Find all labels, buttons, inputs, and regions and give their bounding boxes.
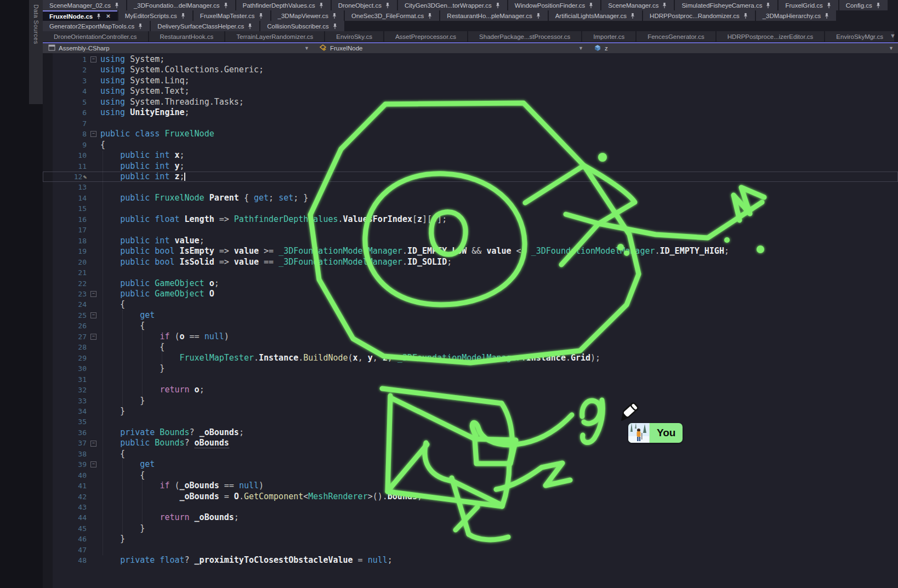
file-tab[interactable]: FruxelNode.cs✕ — [43, 10, 117, 21]
code-line[interactable]: 15 — [43, 203, 898, 214]
file-tab[interactable]: Generator2ExportMapTools.cs — [43, 21, 150, 31]
code-line[interactable]: 23− public GameObject O — [43, 289, 898, 299]
code-line[interactable]: 7 — [43, 118, 898, 129]
file-tab[interactable]: Config.cs — [839, 0, 888, 10]
code-line[interactable]: 32 return o; — [43, 385, 898, 395]
code-line[interactable]: 20 public bool IsSolid => value == _3DFo… — [43, 257, 898, 267]
file-tab[interactable]: EnviroSky.cs — [325, 31, 383, 42]
code-line[interactable]: 27− if (o == null) — [43, 332, 898, 342]
fold-collapse-icon[interactable]: − — [87, 129, 100, 139]
pin-icon[interactable] — [662, 2, 667, 9]
code-line[interactable]: 4using System.Text; — [43, 86, 898, 96]
code-line[interactable]: 36 private Bounds? _oBounds; — [43, 427, 898, 438]
file-tab[interactable]: Importer.cs — [582, 31, 635, 42]
code-line[interactable]: 16 public float Length => PathfinderDept… — [43, 214, 898, 225]
member-dropdown[interactable]: z ▼ — [588, 43, 898, 53]
code-line[interactable]: 37− public Bounds? oBounds — [43, 438, 898, 448]
code-line[interactable]: 9{ — [43, 140, 898, 150]
pin-icon[interactable] — [223, 2, 229, 9]
pin-icon[interactable] — [138, 23, 143, 30]
file-tab[interactable]: AssetPreprocessor.cs — [384, 31, 467, 42]
code-editor[interactable]: 1−using System;2using System.Collections… — [43, 53, 898, 588]
pin-icon[interactable] — [826, 2, 832, 9]
file-tab[interactable]: PathfinderDepthValues.cs — [236, 0, 331, 10]
file-tab[interactable]: ArtificialLightsManager.cs — [549, 10, 642, 21]
code-line[interactable]: 19 public bool IsEmpty => value >= _3DFo… — [43, 246, 898, 256]
tab-overflow-icon[interactable]: ▼ — [890, 32, 896, 39]
file-tab[interactable]: EnviroSkyMgr.cs — [825, 31, 894, 42]
chevron-down-icon[interactable]: ▼ — [889, 45, 894, 51]
pin-icon[interactable] — [876, 2, 881, 9]
pin-icon[interactable] — [495, 2, 501, 9]
pin-icon[interactable] — [258, 13, 264, 19]
file-tab[interactable]: HDRPPostproc...Randomizer.cs — [643, 10, 755, 21]
code-line[interactable]: 10 public int x; — [43, 150, 898, 161]
file-tab[interactable]: _3DMapViewer.cs — [271, 10, 344, 21]
pin-icon[interactable] — [247, 23, 253, 30]
file-tab[interactable]: DroneOrientationController.cs — [43, 31, 148, 42]
file-tab[interactable]: MyEditorScripts.cs — [118, 10, 192, 21]
fold-collapse-icon[interactable]: − — [87, 289, 100, 299]
code-line[interactable]: 35 — [43, 416, 898, 427]
pin-icon[interactable] — [114, 2, 120, 9]
code-line[interactable]: 6using UnityEngine; — [43, 107, 898, 118]
file-tab[interactable]: DroneObject.cs — [332, 0, 397, 10]
file-tab[interactable]: SceneManager_02.cs — [43, 0, 126, 10]
file-tab[interactable]: SimulatedFisheyeCamera.cs — [675, 0, 777, 10]
pin-icon[interactable] — [588, 2, 594, 9]
pin-icon[interactable] — [536, 13, 541, 19]
code-line[interactable]: 41 if (_oBounds == null) — [43, 481, 898, 491]
code-line[interactable]: 42 _oBounds = O.GetComponent<MeshRendere… — [43, 492, 898, 502]
code-line[interactable]: 18 public int value; — [43, 236, 898, 246]
type-dropdown[interactable]: FruxelNode ▼ — [314, 43, 588, 53]
code-line[interactable]: 40 { — [43, 470, 898, 481]
pin-icon[interactable] — [332, 23, 338, 30]
code-line[interactable]: 3using System.Linq; — [43, 76, 898, 86]
code-line[interactable]: 34 } — [43, 406, 898, 416]
project-dropdown[interactable]: Assembly-CSharp ▼ — [43, 43, 314, 53]
pin-icon[interactable] — [332, 13, 337, 19]
code-line[interactable]: 44 return _oBounds; — [43, 512, 898, 523]
fold-collapse-icon[interactable]: − — [87, 459, 100, 470]
file-tab[interactable]: FencesGenerator.cs — [636, 31, 715, 42]
code-line[interactable]: 14 public FruxelNode Parent { get; set; … — [43, 193, 898, 203]
file-tab[interactable]: _3DMapHierarchy.cs — [756, 10, 837, 21]
file-tab[interactable]: TerrainLayerRandomizer.cs — [225, 31, 324, 42]
pin-icon[interactable] — [427, 13, 433, 19]
close-icon[interactable]: ✕ — [106, 13, 110, 19]
code-line[interactable]: 43 — [43, 502, 898, 512]
pin-icon[interactable] — [319, 2, 324, 9]
code-line[interactable]: 17 — [43, 225, 898, 235]
code-line[interactable]: 47 — [43, 545, 898, 555]
pin-icon[interactable] — [630, 13, 635, 19]
file-tab[interactable]: _3DFoundatio...delManager.cs — [127, 0, 235, 10]
data-sources-vertical-tab[interactable]: Data Sources — [29, 0, 43, 104]
file-tab[interactable]: FruxelGrid.cs — [778, 0, 838, 10]
code-line[interactable]: 30 } — [43, 363, 898, 374]
file-tab[interactable]: WindowPositionFinder.cs — [508, 0, 600, 10]
pin-icon[interactable] — [96, 13, 101, 20]
fold-collapse-icon[interactable]: − — [87, 332, 100, 342]
fold-collapse-icon[interactable]: − — [87, 310, 100, 321]
code-line[interactable]: 8−public class FruxelNode — [43, 129, 898, 139]
code-line[interactable]: 38 { — [43, 449, 898, 459]
code-line[interactable]: 48 private float? _proximityToClosestObs… — [43, 555, 898, 566]
code-line[interactable]: 1−using System; — [43, 54, 898, 65]
file-tab[interactable]: RestaurantHook.cs — [149, 31, 225, 42]
file-tab[interactable]: CityGen3DGen...torWrapper.cs — [398, 0, 507, 10]
pin-icon[interactable] — [765, 2, 771, 9]
code-line[interactable]: 33 } — [43, 396, 898, 406]
code-line[interactable]: 29 FruxelMapTester.Instance.BuildNode(x,… — [43, 353, 898, 363]
fold-collapse-icon[interactable]: − — [87, 54, 100, 65]
pin-icon[interactable] — [743, 13, 748, 19]
code-line[interactable]: 31 — [43, 374, 898, 385]
file-tab[interactable]: CollisionSubscriber.cs — [260, 21, 344, 31]
code-line[interactable]: 26 { — [43, 321, 898, 331]
pin-icon[interactable] — [385, 2, 390, 9]
code-line[interactable]: 22 public GameObject o; — [43, 278, 898, 289]
code-line[interactable]: 5using System.Threading.Tasks; — [43, 97, 898, 107]
fold-collapse-icon[interactable]: − — [87, 438, 100, 448]
code-line[interactable]: 25− get — [43, 310, 898, 321]
file-tab[interactable]: SceneManager.cs — [601, 0, 674, 10]
code-line[interactable]: 46 } — [43, 534, 898, 544]
